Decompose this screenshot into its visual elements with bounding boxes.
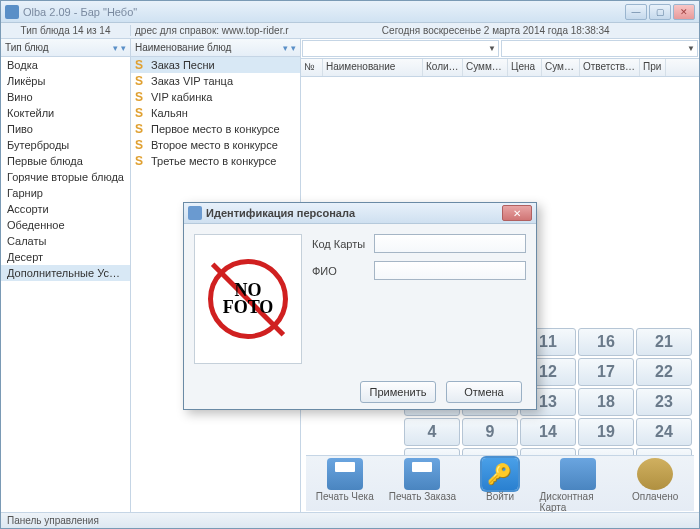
keypad-key-19[interactable]: 19 [578,418,634,446]
info-bar: Тип блюда 14 из 14 дрес для справок: www… [1,23,699,39]
dish-name-label: Второе место в конкурсе [151,139,278,151]
combo-1[interactable]: ▼ [302,40,499,57]
order-grid-header: №НаименованиеКолич...Сумма ...ЦенаСуммаО… [301,59,699,77]
window-title: Olba 2.09 - Бар "Небо" [23,6,625,18]
keypad-key-18[interactable]: 18 [578,388,634,416]
dish-name-item[interactable]: SVIP кабинка [131,89,300,105]
currency-icon: S [135,90,147,104]
grid-column-header[interactable]: Сумма ... [463,59,508,76]
dish-name-label: Заказ Песни [151,59,215,71]
dish-type-item[interactable]: Салаты [1,233,130,249]
keypad-key-9[interactable]: 9 [462,418,518,446]
dish-name-label: Заказ VIP танца [151,75,233,87]
dish-type-header[interactable]: Тип блюд ▾ ▾ [1,39,130,57]
minimize-button[interactable]: — [625,4,647,20]
no-photo-line2: FOTO [223,299,274,316]
fullname-label: ФИО [312,265,374,277]
statusbar: Панель управления [1,512,699,528]
dish-name-item[interactable]: SКальян [131,105,300,121]
dialog-fields: Код Карты ФИО [312,234,526,364]
keypad-key-24[interactable]: 24 [636,418,692,446]
dish-name-label: Третье место в конкурсе [151,155,276,167]
close-button[interactable]: ✕ [673,4,695,20]
dish-name-item[interactable]: SПервое место в конкурсе [131,121,300,137]
dish-type-item[interactable]: Вино [1,89,130,105]
grid-column-header[interactable]: Колич... [423,59,463,76]
dish-name-item[interactable]: SВторое место в конкурсе [131,137,300,153]
currency-icon: S [135,138,147,152]
dialog-icon [188,206,202,220]
dish-type-item[interactable]: Гарнир [1,185,130,201]
grid-column-header[interactable]: Ответстве... [580,59,640,76]
dish-type-item[interactable]: Пиво [1,121,130,137]
action-label: Печать Заказа [389,491,456,502]
grid-column-header[interactable]: Цена [508,59,542,76]
dialog-body: NO FOTO Код Карты ФИО [184,224,536,374]
action-card[interactable]: Дисконтная Карта [540,458,616,513]
dish-type-item[interactable]: Горячие вторые блюда [1,169,130,185]
dish-type-item[interactable]: Первые блюда [1,153,130,169]
action-coin[interactable]: Оплачено [617,458,693,502]
currency-icon: S [135,106,147,120]
action-printer[interactable]: Печать Заказа [384,458,460,502]
dish-type-item[interactable]: Ликёры [1,73,130,89]
dish-type-item[interactable]: Ассорти [1,201,130,217]
printer-icon [327,458,363,490]
dish-name-header[interactable]: Наименование блюд ▾ ▾ [131,39,300,57]
dish-type-item[interactable]: Дополнительные Услуги [1,265,130,281]
dish-type-item[interactable]: Обеденное [1,217,130,233]
grid-column-header[interactable]: Наименование [323,59,423,76]
dish-type-item[interactable]: Десерт [1,249,130,265]
dish-type-count: Тип блюда 14 из 14 [1,25,131,36]
cancel-button[interactable]: Отмена [446,381,522,403]
keypad-key-16[interactable]: 16 [578,328,634,356]
dialog-close-button[interactable]: ✕ [502,205,532,221]
reference-address: дрес для справок: www.top-rider.r [131,25,293,36]
action-key[interactable]: 🔑Войти [462,458,538,502]
action-label: Оплачено [632,491,678,502]
chevron-down-icon: ▾ ▾ [113,43,126,53]
fullname-input[interactable] [374,261,526,280]
dish-name-item[interactable]: SЗаказ Песни [131,57,300,73]
chevron-down-icon: ▼ [488,44,496,53]
keypad-key-17[interactable]: 17 [578,358,634,386]
dish-name-label: VIP кабинка [151,91,212,103]
keypad-key-4[interactable]: 4 [404,418,460,446]
dish-name-item[interactable]: SЗаказ VIP танца [131,73,300,89]
coin-icon [637,458,673,490]
staff-photo: NO FOTO [194,234,302,364]
grid-column-header[interactable]: № [301,59,323,76]
grid-column-header[interactable]: При [640,59,666,76]
keypad-key-21[interactable]: 21 [636,328,692,356]
dish-type-item[interactable]: Бутерброды [1,137,130,153]
dish-type-panel: Тип блюд ▾ ▾ ВодкаЛикёрыВиноКоктейлиПиво… [1,39,131,528]
dish-type-item[interactable]: Водка [1,57,130,73]
action-label: Войти [486,491,514,502]
dish-name-label: Первое место в конкурсе [151,123,280,135]
staff-id-dialog: Идентификация персонала ✕ NO FOTO Код Ка… [183,202,537,410]
apply-button[interactable]: Применить [360,381,436,403]
action-bar: Печать ЧекаПечать Заказа🔑ВойтиДисконтная… [306,455,694,511]
date-status: Сегодня воскресенье 2 марта 2014 года 18… [293,25,699,36]
grid-column-header[interactable]: Сумма [542,59,580,76]
dish-type-header-label: Тип блюд [5,42,49,53]
chevron-down-icon: ▾ ▾ [283,43,296,53]
statusbar-text: Панель управления [7,515,99,526]
currency-icon: S [135,154,147,168]
action-printer[interactable]: Печать Чека [307,458,383,502]
card-icon [560,458,596,490]
dish-type-item[interactable]: Коктейли [1,105,130,121]
dialog-title: Идентификация персонала [206,207,502,219]
currency-icon: S [135,122,147,136]
combo-2[interactable]: ▼ [501,40,698,57]
dish-name-item[interactable]: SТретье место в конкурсе [131,153,300,169]
dish-name-header-label: Наименование блюд [135,42,231,53]
dish-name-label: Кальян [151,107,188,119]
card-code-label: Код Карты [312,238,374,250]
currency-icon: S [135,74,147,88]
keypad-key-14[interactable]: 14 [520,418,576,446]
card-code-input[interactable] [374,234,526,253]
keypad-key-23[interactable]: 23 [636,388,692,416]
maximize-button[interactable]: ▢ [649,4,671,20]
keypad-key-22[interactable]: 22 [636,358,692,386]
